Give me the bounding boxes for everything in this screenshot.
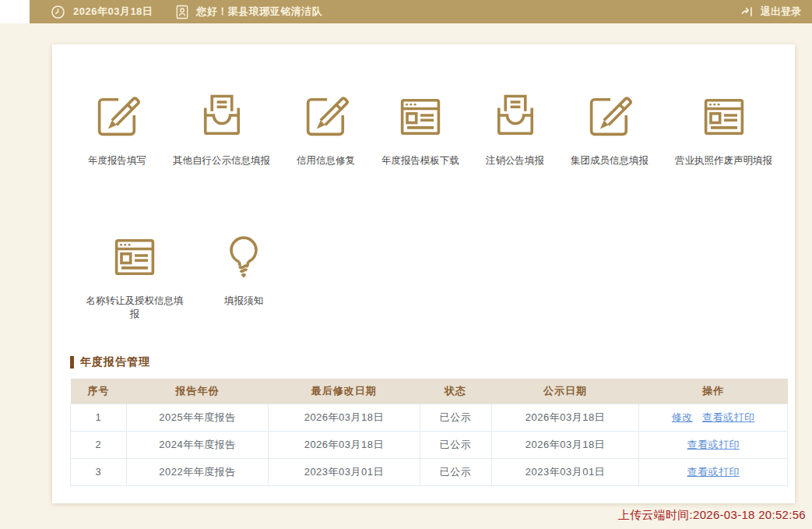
table-header-row: 序号 报告年份 最后修改日期 状态 公示日期 操作 (71, 379, 788, 404)
col-last-modified: 最后修改日期 (269, 379, 420, 404)
browser-icon (698, 90, 750, 143)
table-row: 1 2025年年度报告 2026年03月18日 已公示 2026年03月18日 … (71, 404, 788, 431)
cell-publish-date: 2026年03月18日 (491, 431, 639, 458)
shortcut-label: 集团成员信息填报 (571, 154, 649, 168)
shortcut-group-member-info[interactable]: 集团成员信息填报 (571, 90, 649, 168)
shortcut-label: 注销公告填报 (486, 154, 544, 168)
cell-last-modified: 2026年03月18日 (269, 404, 420, 431)
view-or-print-link[interactable]: 查看或打印 (687, 439, 740, 450)
shortcut-filing-instructions[interactable]: 填报须知 (217, 230, 270, 308)
clock-icon (51, 5, 65, 19)
modify-link[interactable]: 修改 (672, 411, 693, 423)
shortcut-label: 年度报告填写 (88, 154, 146, 168)
bulb-icon (217, 230, 270, 283)
col-report-year: 报告年份 (126, 379, 268, 404)
user-greeting: 您好！渠县琅琊亚铭清洁队 (196, 5, 322, 19)
table-row: 3 2022年年度报告 2023年03月01日 已公示 2023年03月01日 … (71, 458, 788, 485)
current-date: 2026年03月18日 (73, 5, 153, 19)
shortcut-label: 填报须知 (224, 294, 263, 308)
view-or-print-link[interactable]: 查看或打印 (687, 466, 740, 478)
table-row: 2 2024年年度报告 2026年03月18日 已公示 2026年03月18日 … (71, 431, 788, 458)
top-left-margin (0, 0, 30, 23)
upload-time-text: 上传云端时间:2026-03-18 20:52:56 (618, 508, 806, 523)
shortcut-row-2: 名称转让及授权信息填报 填报须知 (52, 230, 795, 321)
cell-actions: 修改 查看或打印 (639, 404, 788, 431)
logout-label: 退出登录 (761, 5, 801, 19)
cell-report-year: 2022年年度报告 (126, 458, 268, 485)
shortcut-label: 年度报告模板下载 (381, 154, 459, 168)
inbox-icon (195, 90, 248, 143)
shortcut-label: 名称转让及授权信息填报 (83, 294, 186, 321)
cell-actions: 查看或打印 (639, 458, 788, 485)
shortcut-annual-report-fill[interactable]: 年度报告填写 (88, 90, 146, 168)
shortcut-other-self-publicity[interactable]: 其他自行公示信息填报 (173, 90, 270, 168)
shortcut-label: 营业执照作废声明填报 (675, 154, 772, 168)
shortcut-license-void-declaration[interactable]: 营业执照作废声明填报 (675, 90, 772, 168)
main-panel: 年度报告填写 其他自行公示信息填报 (52, 44, 795, 503)
cell-status: 已公示 (420, 458, 491, 485)
cell-status: 已公示 (420, 404, 491, 431)
shortcut-row-1: 年度报告填写 其他自行公示信息填报 (52, 90, 795, 168)
shortcut-report-template-download[interactable]: 年度报告模板下载 (381, 90, 459, 168)
cell-report-year: 2025年年度报告 (126, 404, 268, 431)
col-publish-date: 公示日期 (491, 379, 639, 404)
section-marker (70, 356, 74, 369)
cell-last-modified: 2023年03月01日 (269, 458, 420, 485)
shortcut-name-transfer-authorization[interactable]: 名称转让及授权信息填报 (83, 230, 186, 321)
cell-status: 已公示 (420, 431, 491, 458)
cell-actions: 查看或打印 (639, 431, 788, 458)
view-or-print-link[interactable]: 查看或打印 (702, 411, 755, 423)
shortcut-label: 信用信息修复 (297, 154, 355, 168)
cell-last-modified: 2026年03月18日 (269, 431, 420, 458)
browser-icon (108, 230, 161, 283)
col-index: 序号 (71, 379, 127, 404)
col-status: 状态 (420, 379, 491, 404)
cell-index: 1 (71, 404, 127, 431)
logout-button[interactable]: 退出登录 (740, 5, 801, 19)
logout-icon (740, 5, 754, 19)
shortcut-cancellation-notice[interactable]: 注销公告填报 (486, 90, 544, 168)
top-bar: 2026年03月18日 您好！渠县琅琊亚铭清洁队 退出登录 (30, 0, 812, 23)
edit-icon (300, 90, 353, 143)
inbox-icon (489, 90, 542, 143)
annual-report-table: 序号 报告年份 最后修改日期 状态 公示日期 操作 1 2025年年度报告 20… (70, 379, 788, 486)
cell-publish-date: 2026年03月18日 (491, 404, 639, 431)
annual-report-section-header: 年度报告管理 (70, 355, 150, 369)
shortcut-label: 其他自行公示信息填报 (173, 154, 270, 168)
browser-icon (394, 90, 447, 143)
col-actions: 操作 (639, 379, 788, 404)
cell-index: 3 (71, 458, 127, 485)
edit-icon (91, 90, 144, 143)
user-badge-icon (176, 5, 188, 19)
cell-publish-date: 2023年03月01日 (491, 458, 639, 485)
section-title: 年度报告管理 (80, 355, 150, 369)
shortcut-credit-repair[interactable]: 信用信息修复 (297, 90, 355, 168)
cell-report-year: 2024年年度报告 (126, 431, 268, 458)
edit-icon (583, 90, 636, 143)
cell-index: 2 (71, 431, 127, 458)
